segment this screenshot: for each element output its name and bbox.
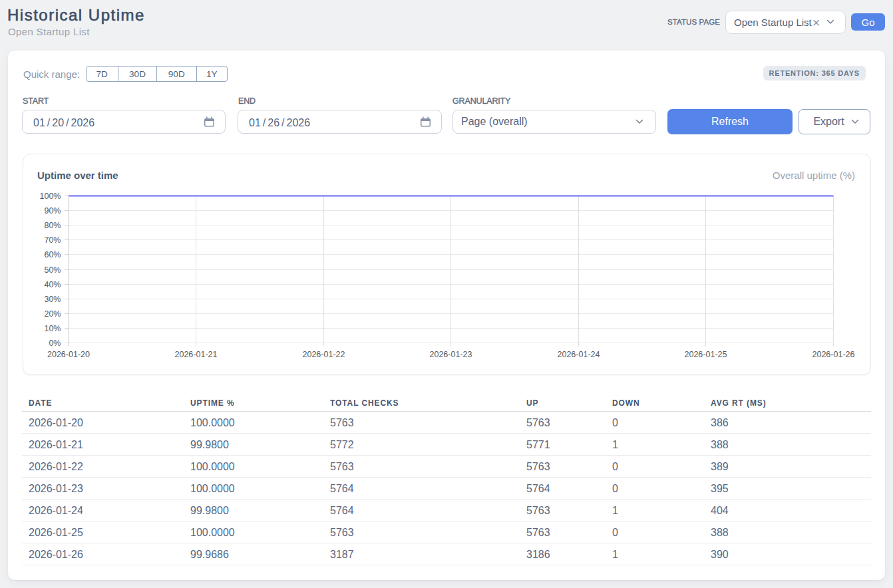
svg-text:20%: 20% [44, 309, 61, 319]
svg-text:80%: 80% [44, 221, 61, 230]
svg-text:2026-01-26: 2026-01-26 [812, 350, 855, 359]
svg-text:30%: 30% [44, 295, 61, 304]
svg-text:40%: 40% [44, 280, 61, 289]
svg-text:2026-01-24: 2026-01-24 [558, 350, 600, 359]
svg-text:50%: 50% [44, 265, 61, 275]
svg-text:2026-01-20: 2026-01-20 [47, 350, 90, 359]
svg-text:2026-01-21: 2026-01-21 [175, 350, 218, 359]
svg-text:2026-01-25: 2026-01-25 [685, 350, 727, 359]
svg-text:10%: 10% [44, 324, 61, 333]
svg-text:2026-01-22: 2026-01-22 [303, 350, 345, 359]
svg-text:70%: 70% [44, 235, 61, 245]
svg-text:2026-01-23: 2026-01-23 [430, 350, 472, 359]
svg-text:60%: 60% [44, 250, 61, 259]
svg-text:0%: 0% [49, 339, 61, 348]
svg-text:90%: 90% [44, 206, 61, 216]
svg-text:100%: 100% [40, 192, 61, 201]
